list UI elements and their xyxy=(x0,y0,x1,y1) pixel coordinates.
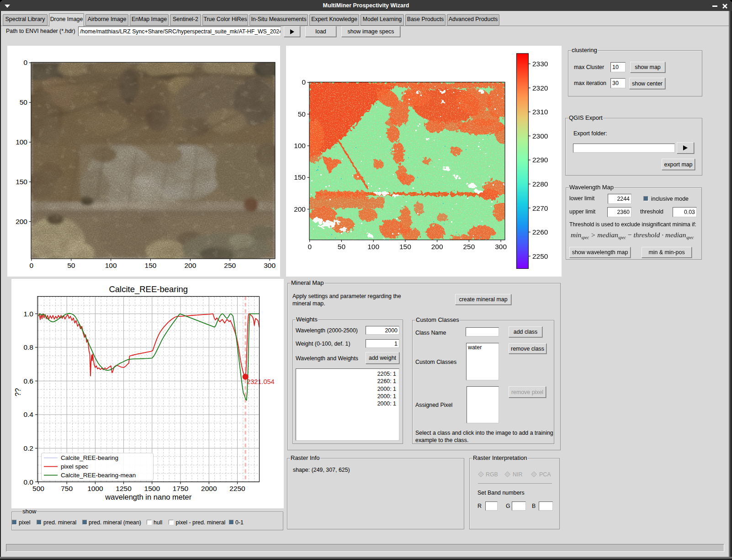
svg-text:100: 100 xyxy=(294,142,306,149)
svg-text:2320: 2320 xyxy=(532,84,548,92)
svg-text:200: 200 xyxy=(294,205,306,213)
svg-text:wavelength in nano meter: wavelength in nano meter xyxy=(105,493,191,501)
svg-text:250: 250 xyxy=(224,261,236,269)
svg-text:Calcite_REE-bearing: Calcite_REE-bearing xyxy=(109,284,188,294)
svg-text:0: 0 xyxy=(30,261,34,269)
svg-text:2280: 2280 xyxy=(532,180,548,188)
svg-text:50: 50 xyxy=(20,98,28,106)
svg-text:100: 100 xyxy=(16,138,27,146)
svg-text:500: 500 xyxy=(32,485,44,492)
svg-text:pixel spec: pixel spec xyxy=(61,463,88,470)
svg-text:2330: 2330 xyxy=(532,60,548,68)
svg-text:2310: 2310 xyxy=(532,108,548,116)
svg-text:0: 0 xyxy=(302,78,306,86)
svg-text:200: 200 xyxy=(16,218,27,225)
svg-text:50: 50 xyxy=(338,243,346,251)
svg-text:Calcite_REE-bearing: Calcite_REE-bearing xyxy=(61,454,118,461)
svg-text:1250: 1250 xyxy=(116,485,132,492)
svg-text:250: 250 xyxy=(463,243,475,251)
svg-text:1750: 1750 xyxy=(173,485,189,492)
svg-text:150: 150 xyxy=(294,173,306,181)
svg-text:150: 150 xyxy=(145,261,157,269)
svg-text:2250: 2250 xyxy=(532,252,548,260)
svg-text:200: 200 xyxy=(184,261,196,269)
svg-text:150: 150 xyxy=(399,243,411,251)
svg-text:1.0: 1.0 xyxy=(23,310,33,318)
svg-text:0.0: 0.0 xyxy=(23,478,33,486)
svg-text:100: 100 xyxy=(367,243,379,251)
svg-text:1000: 1000 xyxy=(87,485,103,492)
svg-text:0: 0 xyxy=(308,243,312,251)
svg-text:2321.054: 2321.054 xyxy=(247,378,274,385)
svg-text:300: 300 xyxy=(495,243,507,251)
svg-text:100: 100 xyxy=(105,261,117,269)
svg-text:200: 200 xyxy=(431,243,443,251)
svg-text:0.4: 0.4 xyxy=(23,411,33,418)
svg-text:Calcite_REE-bearing-mean: Calcite_REE-bearing-mean xyxy=(61,472,136,479)
svg-text:2260: 2260 xyxy=(532,228,548,236)
svg-text:0: 0 xyxy=(23,59,27,66)
svg-text:2250: 2250 xyxy=(229,485,245,492)
svg-text:2000: 2000 xyxy=(201,485,217,492)
svg-text:1500: 1500 xyxy=(144,485,160,492)
svg-text:0.2: 0.2 xyxy=(23,444,33,452)
svg-text:??: ?? xyxy=(14,388,22,396)
svg-text:2270: 2270 xyxy=(532,204,548,212)
svg-text:750: 750 xyxy=(61,485,73,492)
svg-text:50: 50 xyxy=(67,261,75,269)
svg-text:300: 300 xyxy=(264,261,276,269)
svg-text:50: 50 xyxy=(298,110,306,118)
svg-text:0.6: 0.6 xyxy=(23,377,33,385)
svg-text:2300: 2300 xyxy=(532,132,548,140)
svg-text:2290: 2290 xyxy=(532,156,548,164)
svg-text:0.8: 0.8 xyxy=(23,343,33,351)
svg-text:150: 150 xyxy=(16,178,27,186)
